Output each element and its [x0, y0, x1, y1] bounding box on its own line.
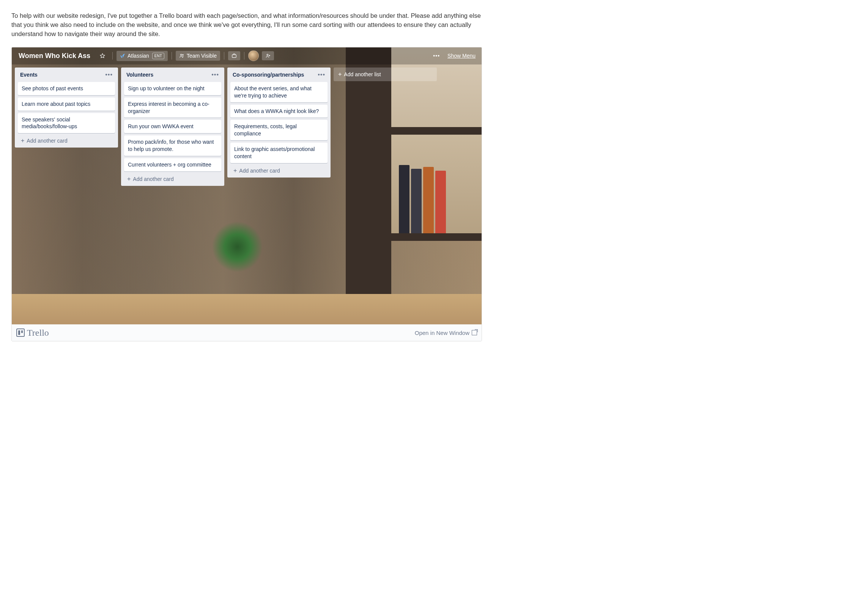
star-button[interactable]: [96, 51, 109, 60]
card[interactable]: See speakers' social media/books/follow-…: [18, 113, 115, 134]
divider: [224, 52, 224, 60]
card[interactable]: What does a WWKA night look like?: [230, 105, 328, 118]
lists-row: Events ••• See photos of past events Lea…: [12, 64, 482, 189]
board-title[interactable]: Women Who Kick Ass: [16, 50, 93, 61]
org-name: Atlassian: [128, 53, 149, 59]
briefcase-icon: [231, 53, 237, 58]
list-menu-button[interactable]: •••: [105, 71, 113, 78]
plus-icon: +: [233, 168, 237, 174]
svg-rect-3: [232, 55, 236, 58]
list-header: Events •••: [18, 71, 115, 80]
add-list-label: Add another list: [344, 71, 381, 77]
plus-icon: +: [338, 71, 342, 77]
svg-point-4: [267, 54, 268, 56]
show-menu-button[interactable]: Show Menu: [445, 51, 478, 60]
add-card-button[interactable]: + Add another card: [230, 165, 328, 174]
list-menu-button[interactable]: •••: [318, 71, 325, 78]
plus-icon: +: [127, 176, 131, 182]
card[interactable]: About the event series, and what we're t…: [230, 82, 328, 102]
divider: [112, 52, 113, 60]
list-volunteers: Volunteers ••• Sign up to volunteer on t…: [121, 68, 224, 186]
add-card-label: Add another card: [27, 138, 67, 144]
briefcase-button[interactable]: [228, 51, 240, 60]
people-icon: [179, 53, 184, 58]
add-member-icon: [265, 53, 271, 58]
intro-paragraph: To help with our website redesign, I've …: [11, 11, 482, 39]
card[interactable]: Run your own WWKA event: [124, 120, 221, 133]
atlassian-icon: [120, 53, 125, 58]
card[interactable]: Link to graphic assets/promotional conte…: [230, 143, 328, 163]
add-card-button[interactable]: + Add another card: [18, 135, 115, 145]
open-new-window-link[interactable]: Open in New Window: [415, 330, 477, 336]
card[interactable]: See photos of past events: [18, 82, 115, 95]
divider: [244, 52, 244, 60]
svg-marker-0: [100, 53, 105, 58]
list-menu-button[interactable]: •••: [211, 71, 219, 78]
visibility-label: Team Visible: [187, 53, 217, 59]
add-list-button[interactable]: + Add another list: [334, 68, 437, 81]
card[interactable]: Sign up to volunteer on the night: [124, 82, 221, 95]
list-events: Events ••• See photos of past events Lea…: [15, 68, 118, 148]
plus-icon: +: [21, 138, 24, 144]
embed-footer: Trello Open in New Window: [12, 324, 482, 341]
list-title[interactable]: Co-sponsoring/partnerships: [233, 72, 304, 78]
member-avatar[interactable]: [248, 50, 259, 61]
add-card-button[interactable]: + Add another card: [124, 174, 221, 183]
divider: [172, 52, 172, 60]
trello-logo[interactable]: Trello: [16, 328, 49, 338]
card[interactable]: Current volunteers + org committee: [124, 158, 221, 171]
board-area: Women Who Kick Ass Atlassian ENT Team Vi…: [12, 47, 482, 324]
svg-point-1: [180, 54, 182, 56]
list-title[interactable]: Volunteers: [126, 72, 153, 78]
add-card-label: Add another card: [239, 168, 280, 174]
list-partnerships: Co-sponsoring/partnerships ••• About the…: [227, 68, 331, 178]
add-member-button[interactable]: [262, 51, 274, 60]
external-link-icon: [472, 330, 477, 335]
card[interactable]: Learn more about past topics: [18, 97, 115, 111]
card[interactable]: Requirements, costs, legal compliance: [230, 120, 328, 140]
svg-point-2: [182, 54, 183, 55]
list-header: Volunteers •••: [124, 71, 221, 80]
trello-embed: Women Who Kick Ass Atlassian ENT Team Vi…: [11, 47, 482, 341]
card[interactable]: Express interest in becoming a co-organi…: [124, 97, 221, 118]
open-new-label: Open in New Window: [415, 330, 469, 336]
list-title[interactable]: Events: [20, 72, 38, 78]
add-card-label: Add another card: [133, 176, 173, 182]
trello-mark-icon: [16, 328, 25, 337]
org-button[interactable]: Atlassian ENT: [117, 51, 168, 61]
visibility-button[interactable]: Team Visible: [176, 51, 220, 61]
trello-brand-text: Trello: [27, 328, 49, 338]
board-header: Women Who Kick Ass Atlassian ENT Team Vi…: [12, 47, 482, 64]
card[interactable]: Promo pack/info, for those who want to h…: [124, 135, 221, 156]
list-header: Co-sponsoring/partnerships •••: [230, 71, 328, 80]
org-badge: ENT: [152, 53, 164, 59]
star-icon: [100, 53, 105, 58]
menu-ellipsis[interactable]: •••: [431, 51, 442, 60]
